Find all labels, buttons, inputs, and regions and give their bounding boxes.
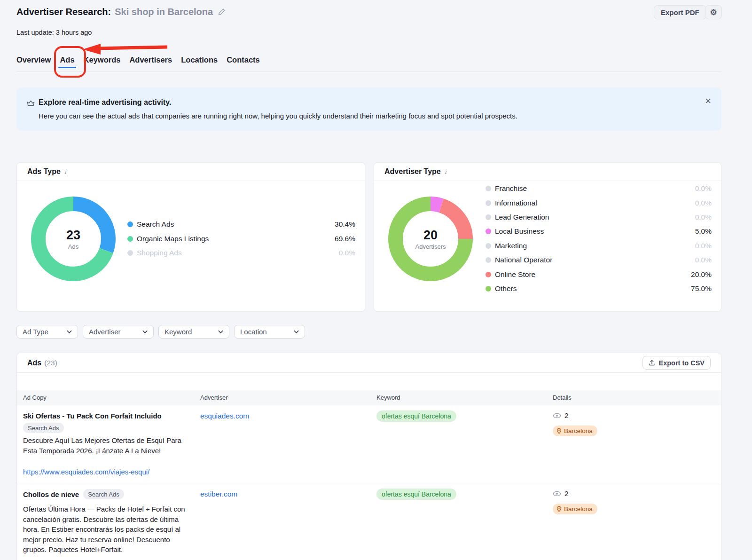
col-ad-copy: Ad Copy bbox=[23, 390, 47, 405]
table-title: Ads bbox=[27, 359, 41, 367]
legend-dot bbox=[486, 257, 491, 263]
tabs-divider bbox=[16, 71, 721, 72]
export-pdf-button[interactable]: Export PDF bbox=[654, 5, 706, 19]
legend-dot bbox=[486, 243, 491, 249]
legend-item: Franchise 0.0% bbox=[486, 181, 712, 196]
keyword-badge: ofertas esquí Barcelona bbox=[376, 410, 456, 422]
legend-item: Search Ads 30.4% bbox=[127, 217, 355, 232]
donut-center-label: Advertisers bbox=[415, 243, 446, 250]
col-keyword: Keyword bbox=[376, 390, 400, 405]
legend-item: Shopping Ads 0.0% bbox=[127, 246, 355, 260]
tab-locations[interactable]: Locations bbox=[181, 55, 218, 71]
advertiser-type-card: Advertiser Type i 20 Advertisers Franchi… bbox=[374, 162, 721, 312]
chevron-down-icon bbox=[218, 330, 223, 334]
chevron-down-icon bbox=[294, 330, 299, 334]
tab-advertisers[interactable]: Advertisers bbox=[129, 55, 172, 71]
info-banner: Explore real-time advertising activity. … bbox=[16, 87, 721, 131]
chevron-down-icon bbox=[67, 330, 72, 334]
filter-bar: Ad Type Advertiser Keyword Location bbox=[16, 325, 305, 339]
info-icon[interactable]: i bbox=[64, 168, 66, 175]
legend-dot bbox=[486, 272, 491, 277]
location-badge: Barcelona bbox=[553, 504, 597, 514]
ad-type-badge: Search Ads bbox=[23, 423, 64, 433]
legend-dot bbox=[127, 236, 133, 242]
legend-dot bbox=[486, 229, 491, 234]
legend-item: Lead Generation 0.0% bbox=[486, 210, 712, 224]
location-pin-icon bbox=[556, 428, 562, 434]
tab-keywords[interactable]: Keywords bbox=[84, 55, 121, 71]
ads-type-card: Ads Type i 23 Ads Search Ads 30.4% Organ… bbox=[16, 162, 365, 312]
page-title: Advertiser Research: Ski shop in Barcelo… bbox=[16, 7, 226, 17]
ads-type-donut-chart: 23 Ads bbox=[31, 197, 116, 281]
legend-item: Organic Maps Listings 69.6% bbox=[127, 232, 355, 246]
legend-dot bbox=[486, 286, 491, 292]
filter-keyword[interactable]: Keyword bbox=[158, 325, 229, 339]
tab-ads[interactable]: Ads bbox=[60, 55, 74, 71]
info-icon[interactable]: i bbox=[445, 168, 446, 175]
location-badge: Barcelona bbox=[553, 426, 597, 436]
legend-dot bbox=[127, 221, 133, 227]
advertiser-research-page: Advertiser Research: Ski shop in Barcelo… bbox=[0, 0, 752, 560]
ad-description: Descubre Aquí Las Mejores Ofertas de Esq… bbox=[23, 435, 183, 456]
tab-overview[interactable]: Overview bbox=[16, 55, 51, 71]
views-count: 2 bbox=[553, 489, 568, 497]
page-query: Ski shop in Barcelona bbox=[115, 7, 213, 17]
views-count: 2 bbox=[553, 411, 568, 419]
table-column-headers: Ad Copy Advertiser Keyword Details bbox=[17, 390, 721, 405]
tab-contacts[interactable]: Contacts bbox=[227, 55, 260, 71]
legend-item: Marketing 0.0% bbox=[486, 239, 712, 253]
advertiser-link[interactable]: esquiades.com bbox=[200, 412, 249, 420]
table-count: (23) bbox=[44, 359, 57, 367]
banner-title: Explore real-time advertising activity. bbox=[39, 98, 171, 107]
donut-center-value: 23 bbox=[66, 228, 80, 243]
donut-center-value: 20 bbox=[423, 228, 438, 243]
crown-icon bbox=[27, 100, 35, 109]
annotation-arrow-icon bbox=[79, 42, 171, 55]
close-icon[interactable]: × bbox=[705, 96, 711, 106]
advertiser-type-donut-chart: 20 Advertisers bbox=[388, 197, 473, 281]
legend-dot bbox=[486, 200, 491, 206]
edit-icon[interactable] bbox=[218, 8, 226, 16]
legend-dot bbox=[486, 214, 491, 220]
donut-center-label: Ads bbox=[68, 243, 78, 250]
table-row: Ski Ofertas - Tu Pack Con Forfait Inclui… bbox=[17, 405, 721, 485]
legend-item: National Operator 0.0% bbox=[486, 253, 712, 267]
banner-body: Here you can see the actual ads that com… bbox=[39, 112, 517, 120]
upload-icon bbox=[649, 359, 655, 366]
page-title-label: Advertiser Research: bbox=[16, 7, 111, 17]
ad-title: Chollos de nieve bbox=[23, 490, 79, 498]
tab-bar: Overview Ads Keywords Advertisers Locati… bbox=[16, 55, 260, 71]
legend-dot bbox=[486, 186, 491, 191]
advertiser-type-title: Advertiser Type bbox=[384, 167, 441, 176]
table-row: Chollos de nieve Search Ads Ofertas Últi… bbox=[17, 485, 721, 560]
location-pin-icon bbox=[556, 506, 562, 512]
col-advertiser: Advertiser bbox=[200, 390, 228, 405]
ad-type-badge: Search Ads bbox=[83, 489, 124, 499]
eye-icon bbox=[553, 413, 561, 418]
gear-icon[interactable]: ⚙ bbox=[705, 5, 722, 19]
ad-url-link[interactable]: https://www.esquiades.com/viajes-esqui/ bbox=[23, 468, 149, 476]
last-update-text: Last update: 3 hours ago bbox=[16, 29, 92, 36]
legend-item: Local Business 5.0% bbox=[486, 224, 712, 238]
ads-table: Ads (23) Export to CSV Ad Copy Advertise… bbox=[16, 353, 721, 560]
ad-title: Ski Ofertas - Tu Pack Con Forfait Inclui… bbox=[23, 412, 162, 420]
legend-item: Others 75.0% bbox=[486, 282, 712, 296]
ads-type-legend: Search Ads 30.4% Organic Maps Listings 6… bbox=[127, 217, 355, 260]
legend-item: Informational 0.0% bbox=[486, 196, 712, 210]
advertiser-link[interactable]: estiber.com bbox=[200, 490, 237, 498]
export-csv-button[interactable]: Export to CSV bbox=[642, 356, 711, 370]
keyword-badge: ofertas esquí Barcelona bbox=[376, 489, 456, 500]
legend-item: Online Store 20.0% bbox=[486, 267, 712, 281]
filter-location[interactable]: Location bbox=[234, 325, 305, 339]
legend-dot bbox=[127, 250, 133, 256]
ad-description: Ofertas Última Hora — Packs de Hotel + F… bbox=[23, 504, 195, 555]
chevron-down-icon bbox=[142, 330, 148, 334]
ads-type-title: Ads Type bbox=[27, 167, 61, 176]
filter-advertiser[interactable]: Advertiser bbox=[83, 325, 154, 339]
advertiser-type-legend: Franchise 0.0% Informational 0.0% Lead G… bbox=[486, 181, 712, 296]
col-details: Details bbox=[553, 390, 572, 405]
eye-icon bbox=[553, 491, 561, 497]
filter-ad-type[interactable]: Ad Type bbox=[16, 325, 78, 339]
